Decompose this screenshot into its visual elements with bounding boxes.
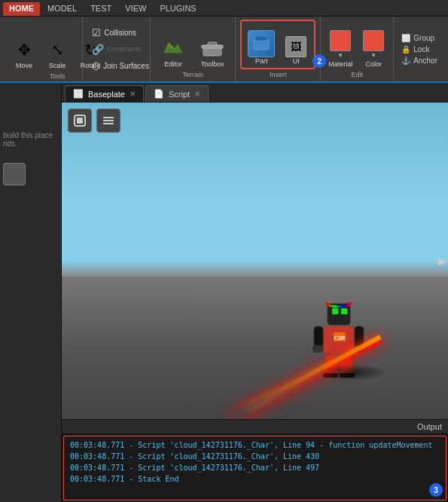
color-label: Color [366, 60, 382, 68]
material-swatch [330, 30, 351, 51]
color-button[interactable]: ▼ Color [358, 29, 389, 69]
output-line-1: 00:03:48.771 - Script 'cloud_142731176._… [70, 439, 440, 451]
editor-button[interactable]: Editor [155, 32, 191, 69]
svg-rect-9 [103, 123, 114, 124]
collisions-icon: ☑ [92, 27, 101, 38]
viewport-arrow: ▶ [438, 255, 446, 267]
menu-item-plugins[interactable]: PLUGINS [154, 2, 202, 14]
scale-icon: ⤡ [45, 38, 69, 62]
output-panel: Output 00:03:48.771 - Script 'cloud_1427… [62, 419, 448, 502]
part-label: Part [255, 57, 268, 65]
svg-rect-8 [103, 120, 114, 121]
color-swatch [363, 30, 384, 51]
ui-icon: 🖼 [285, 36, 306, 57]
edit-group: ▼ Material ▼ Color Edit [321, 17, 394, 81]
collisions-group: ☑ Collisions 🔗 Constraints ⬡ Join Surfac… [83, 17, 151, 81]
svg-text:CSR: CSR [334, 335, 346, 341]
svg-rect-6 [77, 118, 83, 124]
ribbon: ✥ Move ⤡ Scale ↻ Rotate Tools ☑ Collisio… [0, 17, 448, 83]
move-icon: ✥ [12, 38, 36, 62]
scale-button[interactable]: ⤡ Scale [42, 36, 72, 71]
menu-item-model[interactable]: MODEL [41, 2, 83, 14]
editor-icon [160, 33, 187, 60]
toolbox-button[interactable]: Toolbox [194, 32, 230, 69]
svg-rect-2 [202, 45, 223, 48]
baseplate-tab-close[interactable]: ✕ [130, 90, 136, 98]
toolbox-label: Toolbox [201, 60, 224, 68]
right-group: ⬜ Group 🔒 Lock ⚓ Anchor [394, 17, 445, 81]
insert-group-label: Insert [240, 69, 315, 78]
output-line-2: 00:03:48.771 - Script 'cloud_142731176._… [70, 451, 440, 462]
anchor-label: Anchor [413, 57, 437, 65]
insert-group: Part 🖼 UI 2 Insert [236, 17, 321, 81]
terrain-group-label: Terrain [155, 69, 230, 78]
viewport-tool-1[interactable] [68, 109, 92, 133]
collisions-button[interactable]: ☑ Collisions [87, 26, 145, 40]
move-label: Move [16, 62, 32, 69]
tools-group: ✥ Move ⤡ Scale ↻ Rotate Tools [3, 17, 83, 81]
lock-icon: 🔒 [401, 45, 410, 54]
tab-script[interactable]: 📄 Script ✕ [145, 85, 209, 102]
ui-button[interactable]: 🖼 UI [281, 35, 311, 66]
output-content: 00:03:48.771 - Script 'cloud_142731176._… [63, 436, 446, 500]
character-shadow [324, 365, 384, 380]
anchor-button[interactable]: ⚓ Anchor [398, 56, 440, 66]
join-surfaces-label: Join Surfaces [103, 62, 149, 70]
editor-label: Editor [165, 60, 183, 68]
move-button[interactable]: ✥ Move [9, 36, 39, 71]
baseplate-tab-label: Baseplate [88, 90, 125, 99]
ui-label: UI [293, 57, 300, 65]
edit-group-label: Edit [325, 69, 389, 78]
tab-baseplate[interactable]: ⬜ Baseplate ✕ [65, 85, 144, 102]
baseplate-tab-icon: ⬜ [73, 89, 84, 99]
menu-item-view[interactable]: VIEW [119, 2, 152, 14]
part-icon [248, 30, 275, 57]
svg-rect-7 [103, 117, 114, 118]
collisions-label: Collisions [104, 29, 136, 37]
lock-button[interactable]: 🔒 Lock [398, 44, 440, 54]
tab-bar: ⬜ Baseplate ✕ 📄 Script ✕ [62, 83, 448, 103]
anchor-icon: ⚓ [401, 57, 410, 65]
lock-label: Lock [413, 45, 429, 54]
menu-item-test[interactable]: TEST [84, 2, 117, 14]
main-content: build this place nds. ⬜ Baseplate ✕ 📄 Sc… [0, 83, 448, 502]
group-label: Group [413, 34, 434, 42]
editor-terrain-group: Editor Toolbox Terrain [151, 17, 236, 81]
svg-rect-11 [332, 308, 338, 314]
svg-rect-12 [341, 308, 347, 314]
badge-3: 3 [429, 483, 443, 497]
script-tab-icon: 📄 [154, 89, 164, 99]
svg-rect-19 [312, 345, 323, 353]
material-button[interactable]: ▼ Material [325, 29, 355, 69]
menu-bar: HOME MODEL TEST VIEW PLUGINS [0, 0, 448, 17]
center-area: ⬜ Baseplate ✕ 📄 Script ✕ [62, 83, 448, 502]
left-sidebar: build this place nds. [0, 83, 62, 502]
output-line-4: 00:03:48.771 - Stack End [70, 473, 440, 485]
constraints-icon: 🔗 [92, 44, 104, 55]
svg-rect-4 [255, 36, 267, 41]
constraints-label: Constraints [107, 45, 142, 53]
group-button[interactable]: ⬜ Group [398, 33, 440, 43]
sidebar-text2: nds. [3, 139, 58, 148]
scale-label: Scale [49, 62, 66, 69]
material-label: Material [328, 60, 352, 68]
join-surfaces-button[interactable]: ⬡ Join Surfaces [87, 59, 145, 73]
viewport-toolbar [68, 109, 120, 133]
group-icon: ⬜ [401, 34, 410, 42]
svg-rect-17 [314, 326, 323, 347]
constraints-button: 🔗 Constraints [87, 42, 145, 57]
part-button[interactable]: Part [245, 29, 278, 66]
ground [62, 277, 448, 419]
output-line-3: 00:03:48.771 - Script 'cloud_142731176._… [70, 462, 440, 473]
sidebar-text: build this place [3, 131, 58, 139]
toolbox-icon [199, 33, 226, 60]
join-surfaces-icon: ⬡ [92, 60, 100, 72]
output-header: Output [62, 420, 448, 434]
menu-item-home[interactable]: HOME [3, 2, 40, 14]
viewport-background [62, 103, 448, 419]
script-tab-label: Script [169, 90, 190, 99]
sidebar-widget [3, 163, 26, 185]
viewport[interactable]: CSR ▶ [62, 103, 448, 419]
viewport-tool-2[interactable] [96, 109, 120, 133]
script-tab-close[interactable]: ✕ [194, 90, 200, 98]
